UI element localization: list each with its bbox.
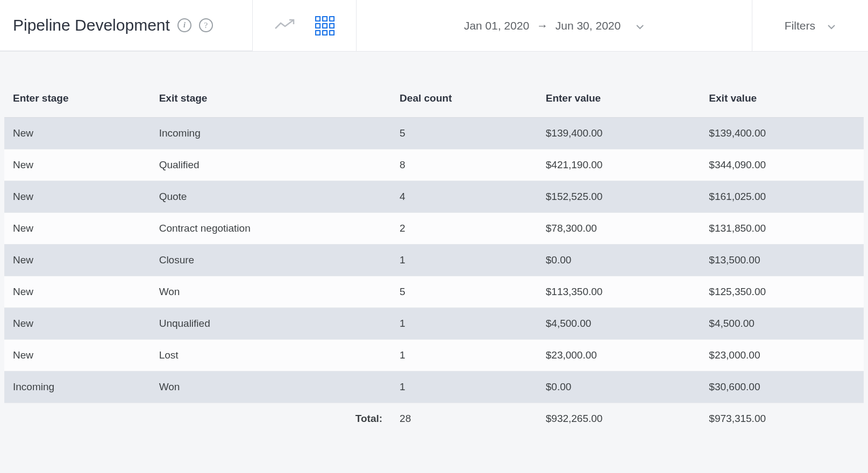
cell-deal-count: 1 — [391, 371, 537, 403]
table-row[interactable]: IncomingWon1$0.00$30,600.00 — [4, 371, 864, 403]
table-row[interactable]: NewQuote4$152,525.00$161,025.00 — [4, 181, 864, 213]
total-label: Total: — [4, 403, 391, 435]
cell-deal-count: 5 — [391, 118, 537, 149]
total-enter-value: $932,265.00 — [537, 403, 701, 435]
cell-deal-count: 2 — [391, 213, 537, 245]
arrow-right-icon: → — [537, 19, 548, 32]
cell-exit-stage: Incoming — [151, 118, 391, 149]
chart-view-icon[interactable] — [274, 19, 295, 33]
cell-enter-value: $23,000.00 — [537, 340, 701, 371]
date-range-picker[interactable]: Jan 01, 2020 → Jun 30, 2020 — [357, 0, 752, 51]
cell-deal-count: 5 — [391, 276, 537, 308]
cell-exit-stage: Quote — [151, 181, 391, 213]
table-row[interactable]: NewLost1$23,000.00$23,000.00 — [4, 340, 864, 371]
page-header: Pipeline Development i ? Jan 01, 2020 → … — [0, 0, 868, 52]
cell-exit-value: $13,500.00 — [700, 245, 864, 276]
grid-view-icon[interactable] — [315, 16, 335, 35]
total-deal-count: 28 — [391, 403, 537, 435]
help-icon[interactable]: ? — [199, 18, 213, 32]
cell-enter-value: $152,525.00 — [537, 181, 701, 213]
cell-enter-stage: New — [4, 340, 151, 371]
cell-exit-value: $344,090.00 — [700, 149, 864, 181]
cell-enter-stage: Incoming — [4, 371, 151, 403]
cell-enter-stage: New — [4, 149, 151, 181]
cell-enter-stage: New — [4, 276, 151, 308]
table-header-row: Enter stage Exit stage Deal count Enter … — [4, 83, 864, 118]
cell-enter-value: $421,190.00 — [537, 149, 701, 181]
table-row[interactable]: NewContract negotiation2$78,300.00$131,8… — [4, 213, 864, 245]
col-header-exit-stage[interactable]: Exit stage — [151, 83, 391, 118]
info-icon[interactable]: i — [177, 18, 191, 32]
cell-enter-stage: New — [4, 181, 151, 213]
cell-exit-stage: Unqualified — [151, 308, 391, 340]
cell-exit-stage: Closure — [151, 245, 391, 276]
cell-enter-value: $113,350.00 — [537, 276, 701, 308]
cell-exit-value: $4,500.00 — [700, 308, 864, 340]
cell-enter-stage: New — [4, 118, 151, 149]
cell-exit-stage: Qualified — [151, 149, 391, 181]
cell-exit-value: $30,600.00 — [700, 371, 864, 403]
total-exit-value: $973,315.00 — [700, 403, 864, 435]
col-header-deal-count[interactable]: Deal count — [391, 83, 537, 118]
cell-exit-value: $161,025.00 — [700, 181, 864, 213]
cell-exit-stage: Won — [151, 276, 391, 308]
col-header-enter-stage[interactable]: Enter stage — [4, 83, 151, 118]
view-toggle — [253, 0, 357, 51]
cell-exit-value: $139,400.00 — [700, 118, 864, 149]
cell-enter-stage: New — [4, 213, 151, 245]
chevron-down-icon — [636, 19, 644, 32]
col-header-enter-value[interactable]: Enter value — [537, 83, 701, 118]
cell-exit-value: $23,000.00 — [700, 340, 864, 371]
date-to: Jun 30, 2020 — [556, 19, 621, 32]
title-block: Pipeline Development i ? — [0, 0, 253, 51]
cell-enter-stage: New — [4, 245, 151, 276]
cell-deal-count: 1 — [391, 308, 537, 340]
cell-exit-value: $131,850.00 — [700, 213, 864, 245]
page-title: Pipeline Development — [13, 16, 170, 34]
pipeline-table: Enter stage Exit stage Deal count Enter … — [4, 83, 864, 434]
table-row[interactable]: NewIncoming5$139,400.00$139,400.00 — [4, 118, 864, 149]
cell-deal-count: 1 — [391, 245, 537, 276]
cell-exit-stage: Lost — [151, 340, 391, 371]
date-range-text: Jan 01, 2020 → Jun 30, 2020 — [464, 19, 621, 32]
cell-enter-value: $0.00 — [537, 371, 701, 403]
cell-deal-count: 4 — [391, 181, 537, 213]
content-area: Enter stage Exit stage Deal count Enter … — [0, 52, 868, 445]
chevron-down-icon — [827, 19, 836, 32]
cell-exit-stage: Contract negotiation — [151, 213, 391, 245]
cell-enter-value: $0.00 — [537, 245, 701, 276]
date-from: Jan 01, 2020 — [464, 19, 529, 32]
cell-enter-value: $78,300.00 — [537, 213, 701, 245]
cell-enter-value: $139,400.00 — [537, 118, 701, 149]
cell-exit-value: $125,350.00 — [700, 276, 864, 308]
col-header-exit-value[interactable]: Exit value — [700, 83, 864, 118]
table-row[interactable]: NewQualified8$421,190.00$344,090.00 — [4, 149, 864, 181]
filters-label: Filters — [785, 19, 815, 32]
cell-deal-count: 1 — [391, 340, 537, 371]
cell-enter-value: $4,500.00 — [537, 308, 701, 340]
table-row[interactable]: NewWon5$113,350.00$125,350.00 — [4, 276, 864, 308]
filters-button[interactable]: Filters — [752, 0, 868, 51]
table-row[interactable]: NewClosure1$0.00$13,500.00 — [4, 245, 864, 276]
table-row[interactable]: NewUnqualified1$4,500.00$4,500.00 — [4, 308, 864, 340]
cell-enter-stage: New — [4, 308, 151, 340]
table-total-row: Total: 28 $932,265.00 $973,315.00 — [4, 403, 864, 435]
cell-deal-count: 8 — [391, 149, 537, 181]
cell-exit-stage: Won — [151, 371, 391, 403]
